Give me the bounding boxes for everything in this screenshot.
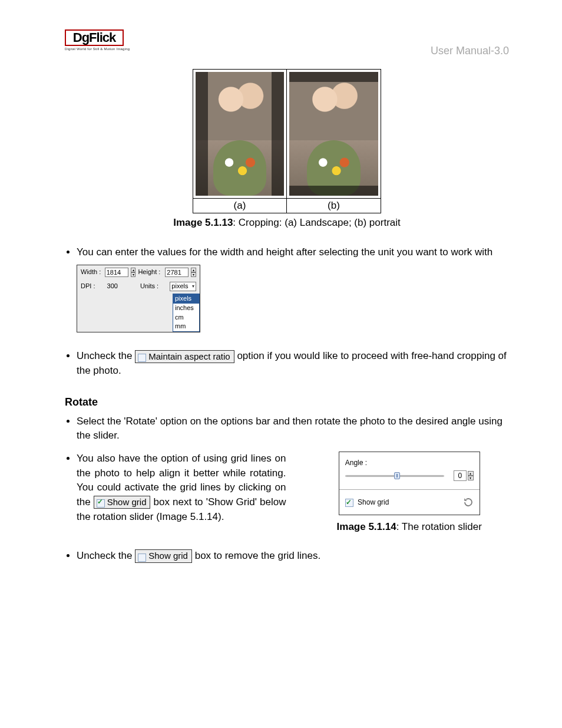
bullet-rotate-slider: Select the 'Rotate' option on the option… — [77, 414, 509, 443]
chip-label: Maintain aspect ratio — [148, 351, 230, 361]
units-option-inches[interactable]: inches — [173, 304, 199, 313]
angle-value[interactable]: 0 — [454, 470, 467, 481]
checkbox-icon — [138, 554, 146, 562]
units-option-cm[interactable]: cm — [173, 313, 199, 322]
show-grid-label: Show grid — [358, 498, 389, 506]
dpi-label: DPI : — [81, 282, 105, 291]
bullet-uncheck-grid: Uncheck the Show grid box to remove the … — [77, 549, 509, 564]
dpi-value: 300 — [107, 282, 130, 291]
caption-id: Image 5.1.14 — [337, 521, 396, 532]
width-label: Width : — [81, 268, 103, 277]
width-input[interactable] — [105, 268, 128, 277]
height-label: Height : — [138, 268, 163, 277]
show-grid-chip-unchecked[interactable]: Show grid — [135, 549, 192, 562]
logo: DgFlick Digital World for Still & Motion… — [65, 29, 130, 51]
crop-example-portrait — [287, 70, 381, 198]
slider-thumb-icon[interactable] — [394, 472, 400, 479]
logo-text: DgFlick — [73, 30, 115, 45]
logo-mark: DgFlick — [65, 29, 124, 46]
reset-rotation-icon[interactable] — [463, 497, 474, 508]
height-spinner[interactable]: ▴▾ — [191, 268, 196, 277]
angle-label: Angle : — [345, 458, 474, 468]
bullet-grid-lines: You also have the option of using grid l… — [77, 452, 509, 535]
chip-label: Show grid — [148, 551, 188, 561]
units-option-mm[interactable]: mm — [173, 322, 199, 331]
checkbox-checked-icon — [345, 499, 353, 507]
crop-example-landscape — [193, 70, 287, 198]
figure-caption-2: Image 5.1.14: The rotation slider — [337, 520, 482, 535]
figure-cropping: (a) (b) — [193, 69, 381, 213]
units-label: Units : — [140, 282, 167, 291]
manual-version: User Manual-3.0 — [431, 45, 509, 57]
bullet-text: Select the 'Rotate' option on the option… — [77, 416, 503, 442]
dimensions-panel: Width : ▴▾ Height : ▴▾ DPI : 300 Units :… — [77, 265, 200, 333]
figure-caption-1: Image 5.1.13: Cropping: (a) Landscape; (… — [65, 217, 509, 229]
caption-text: : The rotation slider — [396, 521, 482, 532]
checkbox-icon — [138, 354, 146, 362]
page-header: DgFlick Digital World for Still & Motion… — [65, 29, 509, 57]
fig-label-b: (b) — [287, 199, 381, 213]
show-grid-toggle[interactable]: Show grid — [345, 498, 389, 508]
units-value: pixels — [171, 282, 188, 291]
bullet-maintain-aspect: Uncheck the Maintain aspect ratio option… — [77, 349, 509, 378]
height-input[interactable] — [165, 268, 189, 277]
caption-id: Image 5.1.13 — [173, 217, 233, 228]
units-select[interactable]: pixels — [170, 282, 196, 291]
maintain-aspect-ratio-chip[interactable]: Maintain aspect ratio — [135, 350, 234, 363]
logo-tagline: Digital World for Still & Motion Imaging — [65, 47, 130, 51]
rotation-panel: Angle : 0 ▴▾ Show grid — [339, 452, 480, 515]
bullet-enter-values: You can enter the values for the width a… — [77, 245, 509, 332]
caption-text: : Cropping: (a) Landscape; (b) portrait — [233, 217, 400, 228]
units-option-pixels[interactable]: pixels — [173, 294, 199, 304]
checkbox-checked-icon — [97, 499, 105, 508]
rotate-heading: Rotate — [65, 396, 509, 409]
text-after: box to remove the grid lines. — [195, 550, 321, 561]
chip-label: Show grid — [107, 497, 147, 507]
bullet-text: You can enter the values for the width a… — [77, 246, 492, 258]
angle-slider[interactable]: 0 ▴▾ — [345, 474, 474, 477]
text-before: Uncheck the — [77, 350, 135, 361]
show-grid-chip-checked[interactable]: Show grid — [94, 496, 151, 509]
text-before: Uncheck the — [77, 550, 135, 561]
units-dropdown[interactable]: pixels inches cm mm — [173, 294, 200, 332]
angle-spinner[interactable]: ▴▾ — [468, 471, 474, 480]
width-spinner[interactable]: ▴▾ — [131, 268, 136, 277]
fig-label-a: (a) — [193, 199, 287, 213]
